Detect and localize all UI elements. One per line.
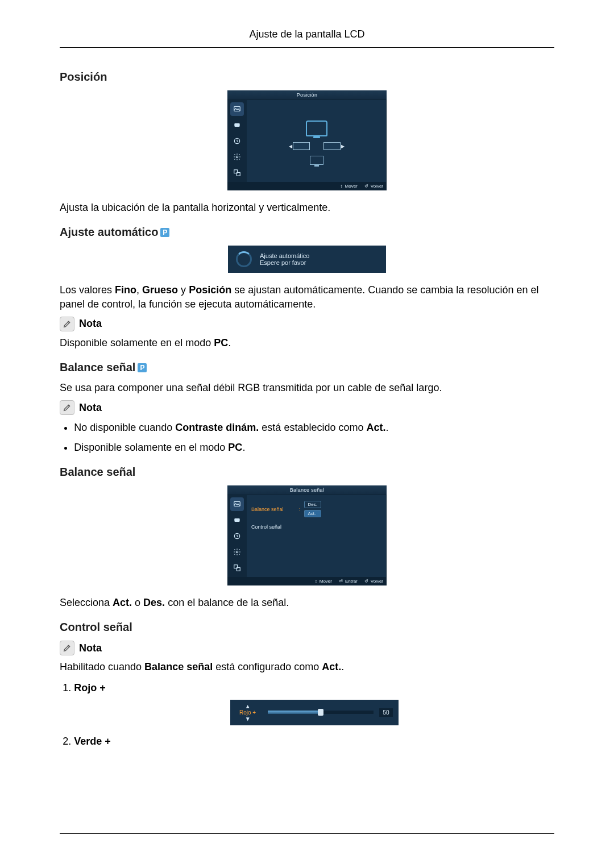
- auto-msg1: Ajuste automático: [260, 252, 309, 259]
- page: Ajuste de la pantalla LCD Posición Posic…: [0, 0, 614, 868]
- bullet-item: No disponible cuando Contraste dinám. es…: [74, 421, 554, 434]
- osd-balance: Balance señal: [227, 485, 387, 585]
- note-icon: [60, 400, 74, 415]
- slider-label: Rojo +: [234, 709, 262, 716]
- osd-auto-adjust: Ajuste automático Espere por favor: [228, 246, 386, 273]
- control-list: Rojo + ▲ Rojo + ▼ 50 Verde +: [60, 682, 554, 747]
- posicion-desc: Ajusta la ubicación de la pantalla horiz…: [60, 201, 554, 214]
- bs-row-balance: Balance señal : Des. Act.: [251, 501, 382, 517]
- osd-tab-icons: [227, 100, 247, 182]
- monitor-icon: [306, 121, 327, 136]
- gear-icon: [230, 150, 244, 164]
- osd-balance-title: Balance señal: [227, 485, 387, 495]
- bullet-item: Disponible solamente en el modo PC.: [74, 441, 554, 454]
- svg-point-9: [236, 551, 238, 553]
- clock-icon: [230, 134, 244, 148]
- multi-icon: [230, 166, 244, 180]
- footer-move: ↕ Mover: [341, 184, 358, 189]
- osd-tab-icons: [227, 495, 247, 577]
- footer-rule: [60, 833, 554, 834]
- list-item: Rojo + ▲ Rojo + ▼ 50: [74, 682, 554, 725]
- note-row-control: Nota: [60, 641, 554, 655]
- control-desc: Habilitado cuando Balance señal está con…: [60, 660, 554, 674]
- loading-icon: [236, 251, 252, 267]
- osd-posicion: Posición: [227, 90, 387, 190]
- h-pos-right: ▶: [323, 142, 341, 150]
- balance-desc: Se usa para componer una señal débil RGB…: [60, 381, 554, 394]
- picture-icon: [230, 497, 244, 511]
- page-header: Ajuste de la pantalla LCD: [60, 28, 554, 48]
- footer-move: ↕ Mover: [315, 579, 332, 584]
- h-pos-left: ◀: [293, 142, 310, 150]
- slider-fill: [268, 711, 321, 714]
- p-badge-icon: P: [160, 228, 169, 237]
- osd-footer: ↕ Mover ⏎ Entrar ↺ Volver: [227, 577, 387, 585]
- balance-bullets: No disponible cuando Contraste dinám. es…: [60, 421, 554, 454]
- auto-note-text: Disponible solamente en el modo PC.: [60, 336, 554, 350]
- input-icon: [230, 118, 244, 132]
- footer-enter: ⏎ Entrar: [339, 579, 358, 584]
- note-icon: [60, 641, 74, 655]
- heading-balance: Balance señal P: [60, 361, 554, 374]
- svg-rect-7: [234, 518, 239, 522]
- gear-icon: [230, 545, 244, 559]
- osd-slider-rojo: ▲ Rojo + ▼ 50: [230, 700, 399, 725]
- note-icon: [60, 317, 74, 331]
- slider-track: [268, 711, 374, 714]
- input-icon: [230, 513, 244, 527]
- balance-sub-desc: Selecciona Act. o Des. con el balance de…: [60, 596, 554, 609]
- heading-posicion: Posición: [60, 70, 554, 84]
- heading-balance-sub: Balance señal: [60, 466, 554, 479]
- p-badge-icon: P: [138, 363, 147, 372]
- multi-icon: [230, 561, 244, 575]
- v-pos-icon: [310, 156, 323, 165]
- note-row-balance: Nota: [60, 400, 554, 415]
- footer-return: ↺ Volver: [364, 579, 383, 584]
- footer-return: ↺ Volver: [364, 184, 383, 189]
- auto-desc: Los valores Fino, Grueso y Posición se a…: [60, 283, 554, 311]
- slider-thumb: [318, 709, 323, 716]
- list-item: Verde +: [74, 736, 554, 747]
- slider-value: 50: [379, 708, 392, 717]
- bs-row-control: Control señal: [251, 524, 382, 530]
- osd-footer: ↕ Mover ↺ Volver: [227, 182, 387, 190]
- svg-rect-1: [234, 123, 239, 127]
- osd-posicion-title: Posición: [227, 90, 387, 100]
- note-row-auto: Nota: [60, 317, 554, 331]
- heading-auto: Ajuste automático P: [60, 226, 554, 239]
- option-on: Act.: [304, 510, 321, 517]
- svg-point-3: [236, 156, 238, 158]
- picture-icon: [230, 102, 244, 116]
- auto-msg2: Espere por favor: [260, 259, 309, 266]
- clock-icon: [230, 529, 244, 543]
- option-off: Des.: [304, 501, 321, 508]
- heading-control: Control señal: [60, 621, 554, 634]
